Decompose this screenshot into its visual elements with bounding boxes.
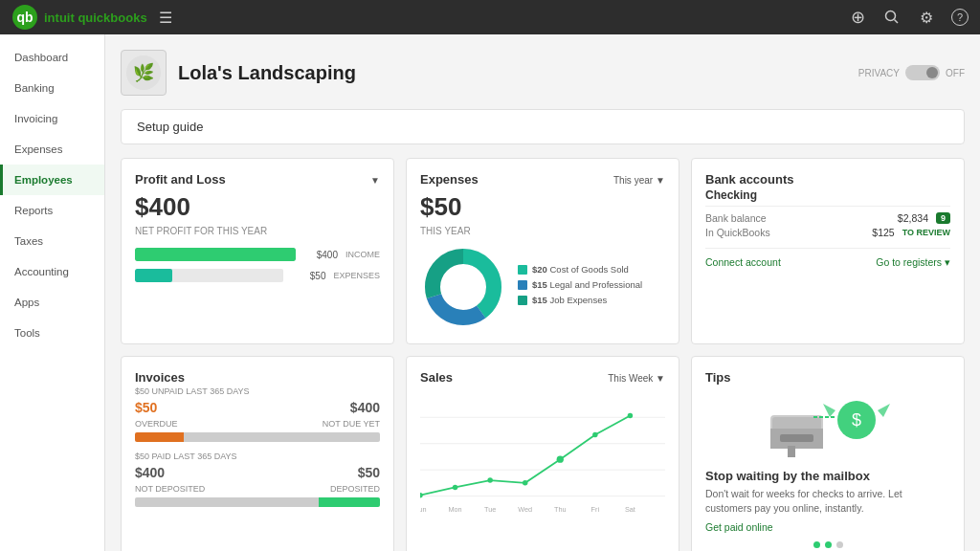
invoices-unpaid-bar	[135, 432, 380, 442]
bank-balance-row: Bank balance $2,834 9	[705, 212, 950, 224]
privacy-label: PRIVACY	[858, 68, 900, 78]
checking-title: Checking	[705, 188, 950, 207]
invoices-notdue-label: NOT DUE YET	[323, 419, 380, 429]
sidebar-item-reports[interactable]: Reports	[0, 195, 104, 226]
invoices-card: Invoices $50 UNPAID LAST 365 DAYS $50 $4…	[121, 356, 394, 551]
svg-text:Wed: Wed	[518, 505, 532, 514]
to-review-label[interactable]: TO REVIEW	[902, 228, 950, 237]
invoices-deposited-amount: $50	[358, 465, 380, 480]
sidebar-item-apps[interactable]: Apps	[0, 287, 104, 318]
sales-title: Sales	[420, 370, 453, 385]
expenses-period[interactable]: This year ▼	[613, 175, 665, 186]
in-qb-label: In QuickBooks	[705, 227, 770, 238]
sidebar-item-accounting[interactable]: Accounting	[0, 256, 104, 287]
tips-title: Tips	[705, 370, 950, 385]
company-header: 🌿 Lola's Landscaping PRIVACY OFF	[121, 50, 965, 96]
svg-rect-32	[788, 446, 795, 457]
invoices-overdue-label: OVERDUE	[135, 419, 178, 429]
logo-text: intuit quickbooks	[44, 11, 147, 25]
bank-accounts-card: Bank accounts Checking Bank balance $2,8…	[691, 158, 965, 344]
svg-point-21	[628, 413, 633, 418]
setup-guide-banner[interactable]: Setup guide	[121, 109, 965, 144]
pnl-bar-chart: $400 INCOME $50 EXPENSES	[135, 248, 380, 282]
tips-graphic: $	[705, 386, 950, 461]
top-nav: qb intuit quickbooks ☰ ⊕ ⚙ ?	[0, 0, 980, 34]
sidebar-item-employees[interactable]: Employees	[0, 165, 104, 195]
svg-point-19	[557, 456, 564, 463]
pnl-amount: $400	[135, 192, 380, 222]
pnl-title: Profit and Loss	[135, 172, 226, 187]
main-content: 🌿 Lola's Landscaping PRIVACY OFF Setup g…	[105, 34, 980, 551]
privacy-value: OFF	[946, 68, 965, 78]
sidebar-item-invoicing[interactable]: Invoicing	[0, 103, 104, 134]
sidebar-item-expenses[interactable]: Expenses	[0, 134, 104, 165]
svg-text:Sat: Sat	[625, 505, 635, 514]
expenses-subtitle: THIS YEAR	[420, 226, 665, 236]
svg-line-3	[895, 20, 899, 24]
expenses-amount: $50	[420, 192, 665, 222]
expenses-donut: $20 Cost of Goods Sold $15 Legal and Pro…	[420, 244, 665, 330]
expenses-card: Expenses This year ▼ $50 THIS YEAR	[406, 158, 679, 344]
company-name: Lola's Landscaping	[178, 62, 356, 84]
svg-point-2	[886, 11, 896, 21]
invoices-paid-section: $50 PAID LAST 365 DAYS $400 $50 NOT DEPO…	[135, 452, 380, 507]
svg-text:Mon: Mon	[448, 505, 461, 514]
expenses-legend: $20 Cost of Goods Sold $15 Legal and Pro…	[518, 264, 642, 310]
expenses-value: $50	[291, 271, 325, 281]
svg-marker-37	[878, 404, 890, 417]
sales-period[interactable]: This Week ▼	[608, 373, 665, 384]
plus-icon[interactable]: ⊕	[848, 8, 867, 27]
search-icon[interactable]	[882, 8, 902, 27]
svg-text:Tue: Tue	[484, 505, 496, 514]
bank-balance-label: Bank balance	[705, 212, 767, 224]
tips-dot-1	[813, 541, 820, 548]
review-badge: 9	[936, 212, 950, 224]
tips-dot-2	[825, 541, 832, 548]
svg-point-15	[420, 493, 423, 497]
sidebar-item-tools[interactable]: Tools	[0, 318, 104, 348]
tips-desc: Don't wait for weeks for checks to arriv…	[705, 487, 950, 515]
in-qb-value: $125	[872, 227, 894, 238]
sidebar-item-taxes[interactable]: Taxes	[0, 226, 104, 256]
sales-card: Sales This Week ▼	[406, 356, 679, 551]
svg-point-16	[453, 485, 457, 490]
income-value: $400	[303, 250, 338, 260]
svg-marker-36	[823, 404, 835, 417]
sidebar-item-banking[interactable]: Banking	[0, 73, 104, 103]
invoices-paid-header: $50 PAID LAST 365 DAYS	[135, 452, 380, 461]
invoices-paid-bar	[135, 497, 380, 507]
svg-text:$: $	[852, 410, 861, 430]
invoices-overdue-amount: $50	[135, 400, 157, 415]
svg-text:Thu: Thu	[554, 505, 567, 514]
pnl-dropdown[interactable]: ▼	[370, 175, 380, 186]
svg-point-10	[442, 266, 484, 308]
tips-link[interactable]: Get paid online	[705, 521, 773, 533]
bank-section-checking: Checking Bank balance $2,834 9 In QuickB…	[705, 188, 950, 238]
svg-text:Fri: Fri	[591, 505, 600, 514]
connect-account-link[interactable]: Connect account	[705, 256, 781, 268]
help-icon[interactable]: ?	[951, 9, 969, 26]
svg-point-20	[592, 432, 597, 437]
gear-icon[interactable]: ⚙	[917, 8, 936, 27]
invoices-deposited-label: DEPOSITED	[330, 484, 380, 494]
privacy-toggle[interactable]: PRIVACY OFF	[858, 65, 965, 80]
svg-point-17	[487, 477, 492, 482]
sidebar-item-dashboard[interactable]: Dashboard	[0, 42, 104, 73]
svg-text:Sun: Sun	[420, 505, 426, 514]
invoices-unpaid-section: $50 UNPAID LAST 365 DAYS $50 $400 OVERDU…	[135, 386, 380, 442]
bank-accounts-title: Bank accounts	[705, 172, 950, 187]
go-to-registers-link[interactable]: Go to registers ▾	[876, 256, 950, 268]
bank-balance-value: $2,834	[898, 212, 928, 224]
profit-loss-card: Profit and Loss ▼ $400 NET PROFIT FOR TH…	[121, 158, 394, 344]
expenses-title: Expenses	[420, 172, 479, 187]
invoices-title: Invoices	[135, 370, 380, 385]
invoices-notdeposited-amount: $400	[135, 465, 165, 480]
income-label: INCOME	[345, 250, 380, 259]
setup-guide-label: Setup guide	[137, 120, 203, 134]
company-logo: 🌿	[121, 50, 167, 96]
hamburger-menu[interactable]: ☰	[159, 9, 172, 27]
svg-rect-33	[780, 434, 813, 442]
expenses-bar-label: EXPENSES	[333, 271, 380, 280]
invoices-notdeposited-label: NOT DEPOSITED	[135, 484, 205, 494]
sales-chart: Sun Mon Tue Wed Thu Fri Sat	[420, 394, 665, 528]
